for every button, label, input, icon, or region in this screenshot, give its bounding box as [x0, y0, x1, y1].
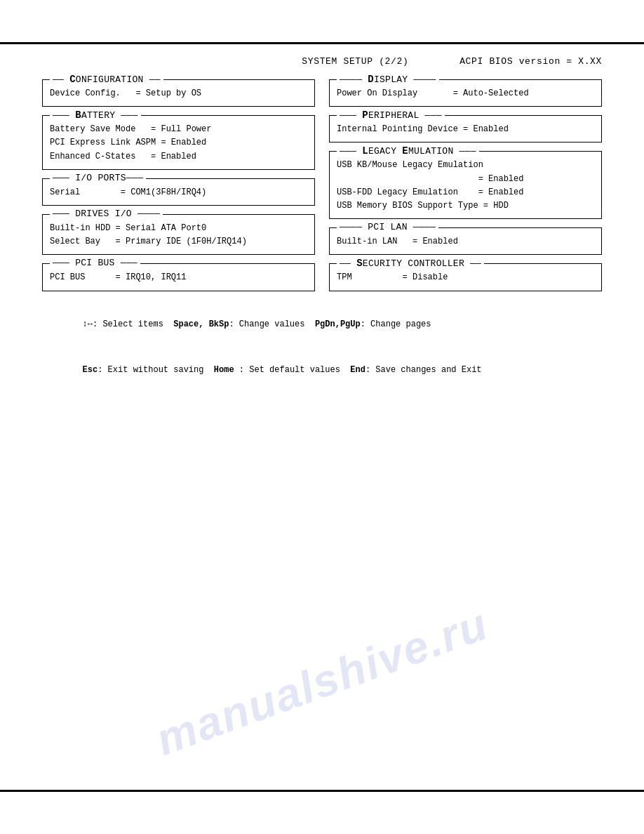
pci-bus-section: ——— PCI BUS ——— PCI BUS = IRQ10, IRQ11 — [42, 263, 315, 291]
legacy-line-3: USB-FDD Legacy Emulation = Enabled — [337, 186, 594, 199]
configuration-content: Device Config. = Setup by OS — [50, 87, 307, 100]
configuration-title: —— CONFIGURATION —— — [50, 74, 163, 85]
pci-bus-line-1: PCI BUS = IRQ10, IRQ11 — [50, 271, 307, 284]
config-line-1: Device Config. = Setup by OS — [50, 87, 307, 100]
footer-pgdn-pgup: PgDn,PgUp — [315, 319, 361, 329]
drives-io-content: Built-in HDD = Serial ATA Port0 Select B… — [50, 222, 307, 249]
peripheral-section: ——— PERIPHERAL ——— Internal Pointing Dev… — [329, 115, 602, 143]
configuration-section: —— CONFIGURATION —— Device Config. = Set… — [42, 79, 315, 107]
pci-bus-content: PCI BUS = IRQ10, IRQ11 — [50, 271, 307, 284]
peripheral-line-1: Internal Pointing Device = Enabled — [337, 123, 594, 136]
io-ports-content: Serial = COM1(3F8H/IRQ4) — [50, 186, 307, 199]
security-controller-title: —— SECURITY CONTROLLER —— — [337, 258, 484, 269]
footer-end: End — [350, 365, 365, 375]
battery-content: Battery Save Mode = Full Power PCI Expre… — [50, 123, 307, 164]
header-version: ACPI BIOS version = X.XX — [459, 56, 602, 67]
battery-title: ——— BATTERY ——— — [50, 110, 141, 121]
drives-io-section: ——— DRIVES I/O ———— Built-in HDD = Seria… — [42, 214, 315, 255]
display-section: ———— DISPLAY ———— Power On Display = Aut… — [329, 79, 602, 107]
io-ports-section: ——— I/O PORTS——— Serial = COM1(3F8H/IRQ4… — [42, 178, 315, 206]
page-container: SYSTEM SETUP (2/2) ACPI BIOS version = X… — [0, 0, 644, 834]
left-column: —— CONFIGURATION —— Device Config. = Set… — [42, 79, 315, 291]
pci-bus-title: ——— PCI BUS ——— — [50, 258, 140, 268]
drives-io-line-2: Select Bay = Primary IDE (1F0H/IRQ14) — [50, 235, 307, 249]
right-column: ———— DISPLAY ———— Power On Display = Aut… — [329, 79, 602, 291]
footer-home: Home — [214, 365, 234, 375]
header-row: SYSTEM SETUP (2/2) ACPI BIOS version = X… — [42, 56, 602, 67]
io-ports-title: ——— I/O PORTS——— — [50, 173, 146, 183]
battery-line-3: Enhanced C-States = Enabled — [50, 150, 307, 164]
pci-lan-content: Built-in LAN = Enabled — [337, 235, 594, 249]
legacy-line-4: USB Memory BIOS Support Type = HDD — [337, 199, 594, 213]
main-content: SYSTEM SETUP (2/2) ACPI BIOS version = X… — [42, 56, 602, 778]
legacy-emulation-title: ——— LEGACY EMULATION ——— — [337, 145, 479, 157]
display-title: ———— DISPLAY ———— — [337, 74, 439, 85]
footer-change-pages: : Change pages — [361, 319, 431, 329]
footer-default: : Set default values — [234, 365, 351, 375]
pci-lan-title: ———— PCI LAN ———— — [337, 222, 438, 232]
legacy-emulation-content: USB KB/Mouse Legacy Emulation = Enabled … — [337, 159, 594, 213]
security-controller-section: —— SECURITY CONTROLLER —— TPM = Disable — [329, 263, 602, 291]
battery-line-1: Battery Save Mode = Full Power — [50, 123, 307, 136]
security-line-1: TPM = Disable — [337, 271, 594, 284]
battery-line-2: PCI Express Link ASPM = Enabled — [50, 136, 307, 150]
peripheral-title: ——— PERIPHERAL ——— — [337, 110, 445, 121]
footer-hints: ↕↔: Select items Space, BkSp: Change val… — [42, 303, 602, 394]
pci-lan-line-1: Built-in LAN = Enabled — [337, 235, 594, 249]
footer-line-1: ↕↔: Select items Space, BkSp: Change val… — [42, 303, 602, 348]
header-title: SYSTEM SETUP (2/2) — [251, 56, 460, 67]
pci-lan-section: ———— PCI LAN ———— Built-in LAN = Enabled — [329, 227, 602, 255]
legacy-line-2: = Enabled — [337, 173, 594, 186]
display-line-1: Power On Display = Auto-Selected — [337, 87, 594, 100]
footer-change-values: : Change values — [229, 319, 314, 329]
bottom-border — [0, 790, 644, 792]
columns-container: —— CONFIGURATION —— Device Config. = Set… — [42, 79, 602, 291]
legacy-emulation-section: ——— LEGACY EMULATION ——— USB KB/Mouse Le… — [329, 151, 602, 219]
footer-arrows: ↕↔: Select items — [83, 319, 174, 329]
footer-exit: : Exit without saving — [98, 365, 214, 375]
footer-esc: Esc — [83, 365, 98, 375]
legacy-line-1: USB KB/Mouse Legacy Emulation — [337, 159, 594, 172]
footer-line-2: Esc: Exit without saving Home : Set defa… — [42, 348, 602, 393]
drives-io-title: ——— DRIVES I/O ———— — [50, 208, 163, 219]
top-border — [0, 42, 644, 44]
security-controller-content: TPM = Disable — [337, 271, 594, 284]
display-content: Power On Display = Auto-Selected — [337, 87, 594, 100]
footer-save: : Save changes and Exit — [365, 365, 482, 375]
footer-space-bksp: Space, BkSp — [173, 319, 229, 329]
battery-section: ——— BATTERY ——— Battery Save Mode = Full… — [42, 115, 315, 170]
drives-io-line-1: Built-in HDD = Serial ATA Port0 — [50, 222, 307, 235]
peripheral-content: Internal Pointing Device = Enabled — [337, 123, 594, 136]
io-ports-line-1: Serial = COM1(3F8H/IRQ4) — [50, 186, 307, 199]
